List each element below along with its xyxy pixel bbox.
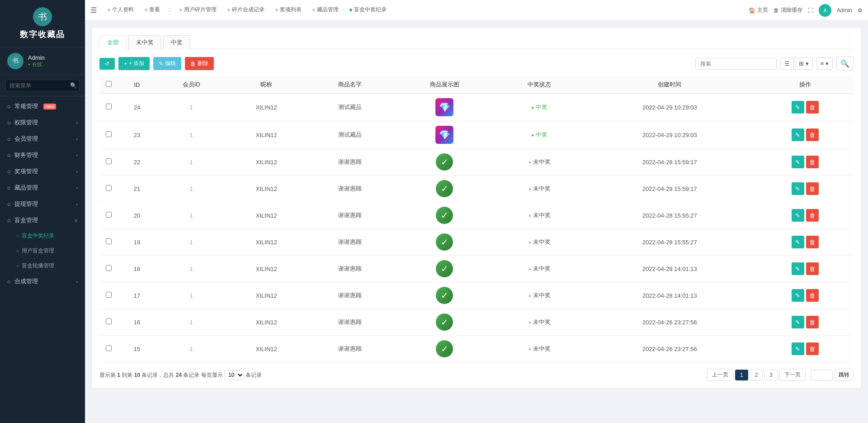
prev-page-button[interactable]: 上一页 xyxy=(707,369,733,381)
cell-member-id[interactable]: 1 xyxy=(156,94,226,121)
sidebar-item-synthesis[interactable]: ○ 合成管理 › xyxy=(0,273,85,290)
row-checkbox[interactable] xyxy=(106,345,112,351)
page-size-select[interactable]: 10 20 50 xyxy=(224,370,244,380)
home-action[interactable]: 🏠 主页 xyxy=(749,6,768,14)
tab-profile[interactable]: 个人资料 xyxy=(102,0,139,21)
tab-fragment-records[interactable]: 碎片合成记录 xyxy=(222,0,270,21)
row-edit-button[interactable]: ✎ xyxy=(792,209,804,222)
filter-tab-all[interactable]: 全部 xyxy=(99,35,127,49)
row-checkbox[interactable] xyxy=(106,292,112,298)
row-checkbox[interactable] xyxy=(106,318,112,324)
row-checkbox[interactable] xyxy=(106,185,112,191)
row-checkbox[interactable] xyxy=(106,238,112,244)
sidebar-search-input[interactable] xyxy=(5,80,80,91)
tab-blindbox-records[interactable]: 盲盒中奖纪录 xyxy=(344,0,392,21)
row-edit-button[interactable]: ✎ xyxy=(792,101,804,114)
delete-button[interactable]: 🗑 删除 xyxy=(185,57,214,70)
row-edit-button[interactable]: ✎ xyxy=(792,342,804,355)
cell-member-id[interactable]: 1 xyxy=(156,336,226,362)
cell-member-id[interactable]: 1 xyxy=(156,202,226,229)
search-toggle-button[interactable]: 🔍 xyxy=(836,57,854,71)
row-delete-button[interactable]: 🗑 xyxy=(806,209,819,222)
sidebar-search-icon[interactable]: 🔍 xyxy=(70,82,77,89)
row-checkbox[interactable] xyxy=(106,212,112,218)
member-id-link[interactable]: 1 xyxy=(190,239,193,246)
sidebar-item-prize[interactable]: ○ 奖项管理 › xyxy=(0,163,85,180)
sidebar-item-regular[interactable]: ○ 常规管理 new xyxy=(0,98,85,114)
page-2-button[interactable]: 2 xyxy=(750,370,763,380)
row-checkbox[interactable] xyxy=(106,265,112,271)
cell-member-id[interactable]: 1 xyxy=(156,229,226,256)
sidebar-item-finance[interactable]: ○ 财务管理 › xyxy=(0,147,85,163)
jump-button[interactable]: 跳转 xyxy=(835,369,854,381)
row-edit-button[interactable]: ✎ xyxy=(792,316,804,328)
member-id-link[interactable]: 1 xyxy=(190,292,193,299)
row-checkbox[interactable] xyxy=(106,104,112,109)
page-jump-input[interactable] xyxy=(811,370,833,380)
grid-view-button[interactable]: ⊞ ▾ xyxy=(795,57,813,70)
cell-member-id[interactable]: 1 xyxy=(156,309,226,336)
add-button[interactable]: + + 添加 xyxy=(118,57,150,70)
row-edit-button[interactable]: ✎ xyxy=(792,236,804,248)
cell-member-id[interactable]: 1 xyxy=(156,176,226,202)
member-id-link[interactable]: 1 xyxy=(190,159,193,166)
column-settings-button[interactable]: ≡ ▾ xyxy=(816,57,833,70)
tab-collection-manage[interactable]: 藏品管理 xyxy=(307,0,344,21)
sidebar-item-blindbox-carousel[interactable]: 盲盒轮播管理 xyxy=(0,258,85,273)
row-delete-button[interactable]: 🗑 xyxy=(806,342,819,355)
page-1-button[interactable]: 1 xyxy=(735,370,748,380)
row-edit-button[interactable]: ✎ xyxy=(792,262,804,275)
sidebar-item-blindbox-record[interactable]: 盲盒中奖纪录 xyxy=(0,228,85,243)
member-id-link[interactable]: 1 xyxy=(190,266,193,272)
member-id-link[interactable]: 1 xyxy=(190,319,193,326)
row-edit-button[interactable]: ✎ xyxy=(792,182,804,195)
row-edit-button[interactable]: ✎ xyxy=(792,128,804,141)
filter-tab-not-won[interactable]: 未中奖 xyxy=(128,35,161,49)
row-checkbox[interactable] xyxy=(106,158,112,164)
row-delete-button[interactable]: 🗑 xyxy=(806,101,819,114)
member-id-link[interactable]: 1 xyxy=(190,212,193,219)
row-delete-button[interactable]: 🗑 xyxy=(806,262,819,275)
row-delete-button[interactable]: 🗑 xyxy=(806,182,819,195)
tab-fragment-manage[interactable]: 用户碎片管理 xyxy=(174,0,222,21)
sidebar-item-collection[interactable]: ○ 藏品管理 › xyxy=(0,180,85,196)
table-search-input[interactable] xyxy=(695,58,777,70)
row-delete-button[interactable]: 🗑 xyxy=(806,236,819,248)
sidebar-item-withdraw[interactable]: ○ 提现管理 › xyxy=(0,196,85,212)
tab-view[interactable]: 查看 xyxy=(139,0,165,21)
sidebar-search-area[interactable]: 🔍 xyxy=(0,75,85,96)
row-delete-button[interactable]: 🗑 xyxy=(806,316,819,328)
sidebar-item-blindbox[interactable]: ○ 盲盒管理 ∨ xyxy=(0,212,85,228)
hamburger-icon[interactable]: ☰ xyxy=(90,6,97,14)
filter-tab-won[interactable]: 中奖 xyxy=(163,35,190,49)
cell-member-id[interactable]: 1 xyxy=(156,282,226,309)
row-edit-button[interactable]: ✎ xyxy=(792,289,804,302)
member-id-link[interactable]: 1 xyxy=(190,346,193,352)
fullscreen-action[interactable]: ⛶ xyxy=(808,7,813,14)
row-edit-button[interactable]: ✎ xyxy=(792,156,804,168)
sidebar-item-permission[interactable]: ○ 权限管理 › xyxy=(0,114,85,131)
cell-member-id[interactable]: 1 xyxy=(156,256,226,282)
settings-action[interactable]: ⚙ xyxy=(858,7,863,14)
cell-member-id[interactable]: 1 xyxy=(156,121,226,149)
refresh-button[interactable]: ↺ xyxy=(99,58,115,70)
clear-cache-action[interactable]: 🗑 清除缓存 xyxy=(774,6,802,14)
sidebar-item-synthesis-left: ○ 合成管理 xyxy=(7,277,38,285)
sidebar-item-member[interactable]: ○ 会员管理 › xyxy=(0,131,85,147)
row-delete-button[interactable]: 🗑 xyxy=(806,156,819,168)
edit-button[interactable]: ✎ 编辑 xyxy=(153,57,181,70)
row-delete-button[interactable]: 🗑 xyxy=(806,128,819,141)
next-page-button[interactable]: 下一页 xyxy=(779,369,806,381)
member-id-link[interactable]: 1 xyxy=(190,104,193,111)
row-delete-button[interactable]: 🗑 xyxy=(806,289,819,302)
tab-prize-list[interactable]: 奖项列表 xyxy=(270,0,307,21)
cell-member-id[interactable]: 1 xyxy=(156,149,226,176)
member-id-link[interactable]: 1 xyxy=(190,185,193,192)
list-view-button[interactable]: ☰ xyxy=(780,57,794,70)
row-checkbox[interactable] xyxy=(106,131,112,137)
member-id-link[interactable]: 1 xyxy=(190,132,193,138)
page-3-button[interactable]: 3 xyxy=(764,370,778,380)
admin-label-action[interactable]: Admin xyxy=(837,7,852,14)
select-all-checkbox[interactable] xyxy=(106,81,112,87)
sidebar-item-user-blindbox[interactable]: 用户盲盒管理 xyxy=(0,243,85,258)
